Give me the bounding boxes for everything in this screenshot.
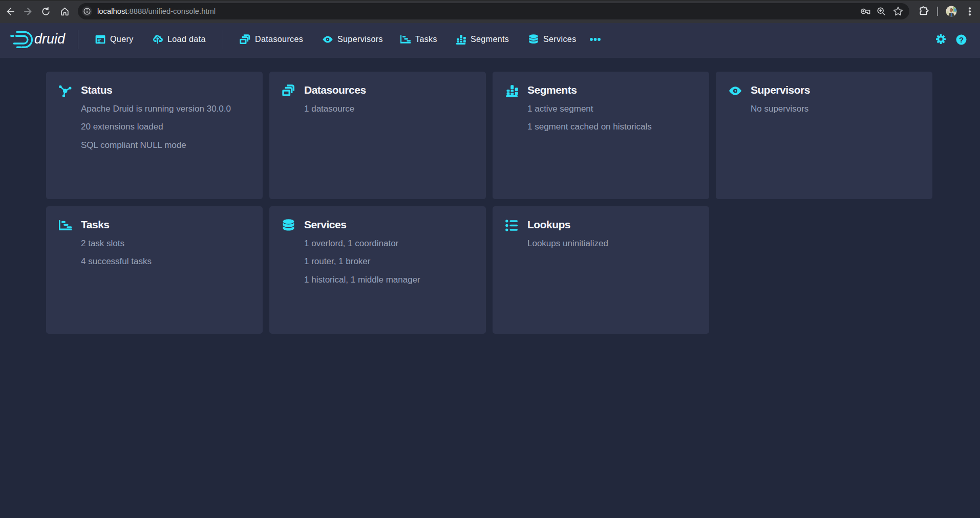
svg-text:?: ?	[959, 35, 964, 44]
